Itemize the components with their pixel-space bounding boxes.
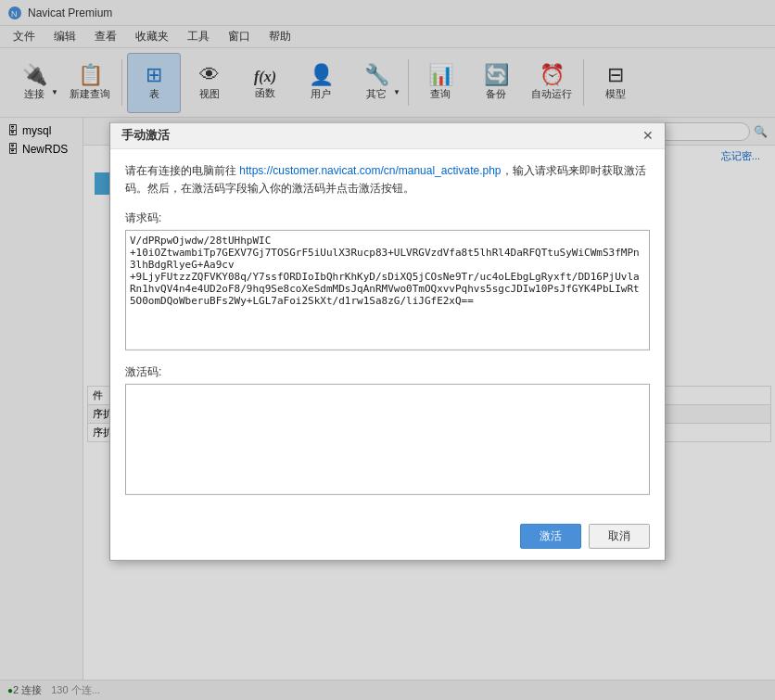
manual-activate-modal: 手动激活 ✕ 请在有连接的电脑前往 https://customer.navic… (109, 121, 666, 560)
request-code-label: 请求码: (125, 210, 650, 226)
request-code-wrap: V/dPRpwOjwdw/28tUHhpWIC +10iOZtwambiTp7G… (125, 230, 650, 364)
modal-description: 请在有连接的电脑前往 https://customer.navicat.com/… (125, 161, 650, 197)
manual-activate-link[interactable]: https://customer.navicat.com/cn/manual_a… (239, 163, 501, 176)
modal-titlebar: 手动激活 ✕ (110, 122, 665, 148)
modal-title: 手动激活 (121, 127, 170, 144)
activation-code-label: 激活码: (125, 364, 650, 380)
request-code-textarea[interactable]: V/dPRpwOjwdw/28tUHhpWIC +10iOZtwambiTp7G… (125, 230, 650, 350)
activate-button[interactable]: 激活 (520, 524, 581, 549)
modal-footer: 激活 取消 (110, 516, 665, 560)
modal-close-button[interactable]: ✕ (639, 126, 657, 145)
cancel-button[interactable]: 取消 (589, 524, 650, 549)
modal-body: 请在有连接的电脑前往 https://customer.navicat.com/… (110, 148, 665, 515)
activation-code-textarea[interactable] (125, 384, 650, 495)
activation-code-wrap (125, 384, 650, 507)
